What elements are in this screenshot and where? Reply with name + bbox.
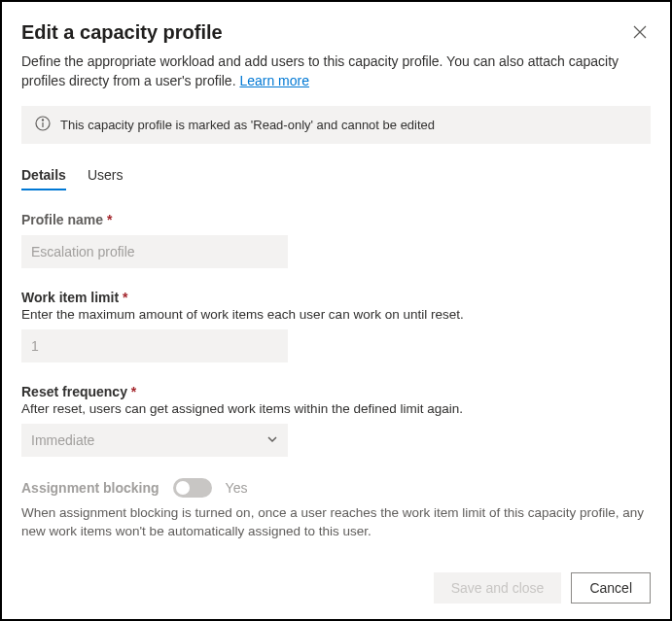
work-item-limit-help: Enter the maximum amount of work items e… xyxy=(21,307,651,322)
chevron-down-icon xyxy=(266,432,278,448)
assignment-blocking-label: Assignment blocking xyxy=(21,480,159,496)
assignment-blocking-help: When assignment blocking is turned on, o… xyxy=(21,503,651,540)
assignment-blocking-field: Assignment blocking Yes When assignment … xyxy=(21,478,651,540)
required-indicator: * xyxy=(107,212,112,227)
tabs: Details Users xyxy=(21,161,651,190)
form-content: Profile name * Work item limit * Enter t… xyxy=(21,212,651,557)
dialog-title: Edit a capacity profile xyxy=(21,21,223,44)
reset-frequency-label: Reset frequency * xyxy=(21,384,651,399)
profile-name-field: Profile name * xyxy=(21,212,651,268)
tab-users[interactable]: Users xyxy=(88,161,124,190)
required-indicator: * xyxy=(123,290,127,305)
info-icon xyxy=(35,116,51,134)
description-text: Define the appropriate workload and add … xyxy=(21,53,619,88)
assignment-blocking-value: Yes xyxy=(226,480,248,496)
cancel-button[interactable]: Cancel xyxy=(571,572,651,604)
reset-frequency-help: After reset, users can get assigned work… xyxy=(21,401,651,416)
profile-name-input[interactable] xyxy=(21,235,288,268)
assignment-blocking-toggle[interactable] xyxy=(173,478,212,498)
close-icon xyxy=(633,26,647,42)
dialog-header: Edit a capacity profile xyxy=(21,21,651,46)
learn-more-link[interactable]: Learn more xyxy=(239,73,309,88)
reset-frequency-value: Immediate xyxy=(31,432,94,448)
assignment-blocking-row: Assignment blocking Yes xyxy=(21,478,651,498)
reset-frequency-field: Reset frequency * After reset, users can… xyxy=(21,384,651,457)
required-indicator: * xyxy=(131,384,136,399)
save-and-close-button[interactable]: Save and close xyxy=(434,572,562,604)
work-item-limit-field: Work item limit * Enter the maximum amou… xyxy=(21,290,651,362)
work-item-limit-label: Work item limit * xyxy=(21,290,651,305)
readonly-banner: This capacity profile is marked as 'Read… xyxy=(21,106,651,144)
svg-point-4 xyxy=(42,120,43,121)
profile-name-label: Profile name * xyxy=(21,212,651,227)
edit-capacity-profile-dialog: Edit a capacity profile Define the appro… xyxy=(2,2,670,619)
banner-text: This capacity profile is marked as 'Read… xyxy=(60,118,435,132)
dialog-footer: Save and close Cancel xyxy=(21,557,651,619)
tab-details[interactable]: Details xyxy=(21,161,66,190)
reset-frequency-select[interactable]: Immediate xyxy=(21,424,288,457)
close-button[interactable] xyxy=(629,21,651,46)
dialog-description: Define the appropriate workload and add … xyxy=(21,52,651,90)
toggle-thumb xyxy=(176,481,190,495)
work-item-limit-input[interactable] xyxy=(21,329,288,362)
